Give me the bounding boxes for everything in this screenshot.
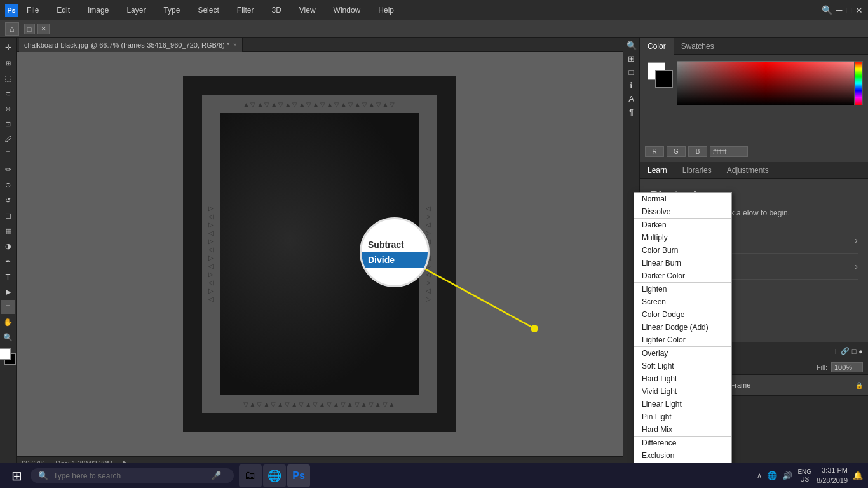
taskbar-app-browser[interactable]: 🌐 — [263, 464, 286, 487]
layer-icon-t[interactable]: T — [834, 348, 838, 355]
brush-tool[interactable]: ✏ — [1, 163, 15, 177]
artboard-tool[interactable]: ⊞ — [1, 56, 15, 70]
window-maximize[interactable]: □ — [846, 5, 851, 15]
type-panel-icon[interactable]: A — [628, 94, 634, 104]
adjust-panel-icon[interactable]: ⊞ — [628, 54, 635, 64]
menu-edit[interactable]: Edit — [53, 6, 74, 15]
blend-lineardodge[interactable]: Linear Dodge (Add) — [634, 321, 731, 334]
notification-icon[interactable]: 🔔 — [853, 471, 863, 480]
taskbar-app-photoshop[interactable]: Ps — [287, 464, 310, 487]
layer-icon-dot[interactable]: ● — [858, 348, 863, 355]
search-icon: 🔍 — [38, 471, 48, 480]
color-gradient-picker[interactable] — [677, 61, 855, 105]
menu-3d[interactable]: 3D — [268, 6, 285, 15]
taskbar-chevron-up[interactable]: ∧ — [757, 471, 762, 480]
menu-view[interactable]: View — [295, 6, 320, 15]
search-btn[interactable]: 🔍 — [822, 5, 832, 15]
mic-icon[interactable]: 🎤 — [211, 471, 221, 480]
blend-darken[interactable]: Darken — [634, 219, 731, 231]
blend-difference[interactable]: Difference — [634, 437, 731, 449]
menu-filter[interactable]: Filter — [233, 6, 258, 15]
blend-dissolve[interactable]: Dissolve — [634, 205, 731, 218]
blend-exclusion[interactable]: Exclusion — [634, 449, 731, 462]
dodge-tool[interactable]: ◑ — [1, 239, 15, 253]
cancel-btn[interactable]: ✕ — [37, 24, 50, 34]
eraser-tool[interactable]: ◻ — [1, 208, 15, 222]
start-button[interactable]: ⊞ — [5, 464, 28, 487]
pen-tool[interactable]: ✒ — [1, 254, 15, 268]
zoom-subtract-item: Subtract — [362, 237, 428, 252]
window-close[interactable]: ✕ — [855, 5, 863, 15]
history-brush-tool[interactable]: ↺ — [1, 193, 15, 207]
tab-swatches[interactable]: Swatches — [674, 38, 722, 55]
layer-icon-link[interactable]: 🔗 — [841, 347, 850, 355]
eyedropper-tool[interactable]: 🖊 — [1, 132, 15, 146]
titlebar: Ps File Edit Image Layer Type Select Fil… — [0, 0, 868, 20]
quick-select-tool[interactable]: ⊛ — [1, 102, 15, 116]
blend-overlay[interactable]: Overlay — [634, 347, 731, 360]
lasso-tool[interactable]: ⊂ — [1, 86, 15, 100]
tab-learn[interactable]: Learn — [640, 162, 675, 179]
paragraph-panel-icon[interactable]: ¶ — [629, 107, 634, 117]
fill-input[interactable] — [831, 362, 863, 372]
tab-adjustments[interactable]: Adjustments — [719, 162, 776, 179]
hue-slider[interactable] — [854, 61, 863, 105]
blend-hardmix[interactable]: Hard Mix — [634, 423, 731, 436]
b-value[interactable]: B — [688, 146, 707, 157]
blend-colorburn[interactable]: Color Burn — [634, 244, 731, 257]
menu-select[interactable]: Select — [194, 6, 222, 15]
time: 3:31 PM — [817, 466, 848, 475]
home-button[interactable]: ⌂ — [5, 22, 19, 36]
hex-value[interactable]: #ffffff — [710, 146, 748, 157]
blend-colordodge[interactable]: Color Dodge — [634, 308, 731, 321]
menu-image[interactable]: Image — [84, 6, 112, 15]
r-value[interactable]: R — [645, 146, 664, 157]
menu-layer[interactable]: Layer — [123, 6, 149, 15]
document-tab[interactable]: chalkboard-black.jpg @ 66.7% (frames-354… — [19, 38, 243, 52]
blend-softlight[interactable]: Soft Light — [634, 360, 731, 372]
new-doc-btn[interactable]: □ — [24, 24, 35, 34]
blend-pinlight[interactable]: Pin Light — [634, 410, 731, 423]
tab-color[interactable]: Color — [640, 38, 674, 55]
tab-close-btn[interactable]: × — [233, 38, 237, 52]
blend-screen[interactable]: Screen — [634, 295, 731, 308]
background-color-swatch[interactable] — [655, 70, 673, 88]
mask-panel-icon[interactable]: □ — [629, 67, 634, 77]
blend-lighten[interactable]: Lighten — [634, 283, 731, 295]
zoom-tool[interactable]: 🔍 — [1, 330, 15, 344]
blend-linearburn[interactable]: Linear Burn — [634, 257, 731, 269]
blend-multiply[interactable]: Multiply — [634, 231, 731, 244]
tab-libraries[interactable]: Libraries — [675, 162, 719, 179]
menu-window[interactable]: Window — [330, 6, 365, 15]
gradient-tool[interactable]: ▦ — [1, 224, 15, 238]
g-value[interactable]: G — [667, 146, 686, 157]
layer-icon-mask[interactable]: □ — [852, 348, 857, 355]
path-select-tool[interactable]: ▶ — [1, 285, 15, 299]
marquee-tool[interactable]: ⬚ — [1, 71, 15, 85]
menu-help[interactable]: Help — [374, 6, 398, 15]
crop-tool[interactable]: ⊡ — [1, 117, 15, 131]
menu-file[interactable]: File — [23, 6, 43, 15]
search-input[interactable] — [53, 471, 206, 480]
hand-tool[interactable]: ✋ — [1, 315, 15, 329]
info-panel-icon[interactable]: ℹ — [630, 81, 633, 90]
blend-darkercolor[interactable]: Darker Color — [634, 269, 731, 282]
blend-hardlight[interactable]: Hard Light — [634, 372, 731, 385]
taskbar: ⊞ 🔍 🎤 🗂 🌐 Ps ∧ 🌐 🔊 ENGUS 3:31 PM 8/28/20… — [0, 463, 868, 488]
taskbar-app-files[interactable]: 🗂 — [239, 464, 262, 487]
blend-mode-dropdown: Normal Dissolve Darken Multiply Color Bu… — [634, 192, 732, 488]
spot-heal-tool[interactable]: ⌒ — [1, 147, 15, 161]
blend-linearlight[interactable]: Linear Light — [634, 398, 731, 410]
shape-tool[interactable]: □ — [1, 300, 15, 314]
taskbar-search[interactable]: 🔍 🎤 — [31, 468, 234, 483]
window-minimize[interactable]: ─ — [836, 5, 843, 15]
blend-normal[interactable]: Normal — [634, 193, 731, 205]
move-tool[interactable]: ✛ — [1, 41, 15, 55]
menu-type[interactable]: Type — [159, 6, 184, 15]
clone-stamp-tool[interactable]: ⊙ — [1, 178, 15, 192]
search-panel-icon[interactable]: 🔍 — [627, 41, 637, 50]
blend-lightercolor[interactable]: Lighter Color — [634, 334, 731, 346]
foreground-color[interactable] — [0, 348, 11, 360]
blend-vividlight[interactable]: Vivid Light — [634, 385, 731, 398]
type-tool[interactable]: T — [1, 269, 15, 283]
